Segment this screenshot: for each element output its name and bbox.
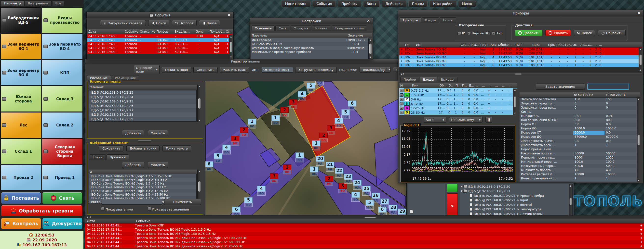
map-zone-badge[interactable]: 29 ВД	[398, 209, 406, 215]
pause-button[interactable]: Пауза	[199, 20, 220, 26]
parameter-row[interactable]: Минимальный порог ... 100.0 100.0	[520, 160, 640, 164]
apply-button[interactable]: Применить	[164, 199, 201, 205]
zone-tile[interactable]: Южная сторона	[0, 86, 41, 112]
parameter-value-2[interactable]: 50000	[604, 152, 636, 156]
map-zone-badge[interactable]: 5 ВО	[307, 83, 315, 92]
version-checkbox[interactable]: ✓ Версия ПО	[467, 31, 490, 35]
menu-item[interactable]: Приборы	[338, 0, 361, 7]
map-zone-badge[interactable]: 5 ВО	[214, 153, 222, 163]
close-icon[interactable]: ✕	[636, 10, 642, 15]
export-button[interactable]: Экспорт	[172, 20, 196, 26]
parameter-value-1[interactable]: 10000	[573, 173, 604, 177]
log-row[interactable]: 04 11 2016 17:43:44... Тревога Зона Топо…	[85, 244, 644, 249]
parameter-value-2[interactable]: 0.01	[604, 114, 636, 118]
list-item[interactable]: ВД-5 @192.168.0.170/2:29	[89, 117, 196, 121]
tree-item[interactable]: ВД-5 @192.168.0.170/2:21 > Input	[460, 198, 572, 203]
remove-device-button[interactable]: Удалить	[545, 30, 571, 36]
parameter-value-1[interactable]: 1000	[573, 156, 604, 160]
map-zone-badge[interactable]: 1 ВО	[248, 119, 256, 128]
sidebar-tab[interactable]: Периметр	[1, 0, 24, 6]
map-zone-badge[interactable]: 2 ВО	[280, 107, 288, 117]
device-splitter[interactable]: ▲ ▼	[399, 72, 642, 75]
parameter-value-2[interactable]: 100.0	[604, 160, 636, 164]
menu-item[interactable]: События	[313, 0, 336, 7]
map-zone-badge[interactable]: 2 ВО	[240, 127, 248, 137]
map-zone-badge[interactable]: 1 ВО	[312, 141, 320, 151]
tree-item[interactable]: ▼ ВД-5 @192.168.0.170/2:21	[460, 189, 572, 194]
parameter-value-2[interactable]: 0	[604, 106, 636, 110]
sidebar-tab[interactable]: Все	[52, 0, 64, 6]
log-expand[interactable]: +	[639, 236, 644, 240]
parameter-value-1[interactable]: 4.0	[573, 168, 604, 173]
settings-row[interactable]: Минимальное время опроса приборов101	[251, 50, 372, 54]
settings-tab[interactable]: Резервные копии	[332, 25, 367, 31]
parameter-value-2[interactable]: 0	[604, 102, 636, 106]
arm-button[interactable]: Поставить	[1, 192, 41, 204]
text-point-button[interactable]: Точка текста	[162, 145, 191, 151]
zone-tile[interactable]: Проезд 1	[42, 165, 83, 190]
input-row[interactable]: ✓ 5 25-50 Hz 17:01000.0...+--	[399, 110, 516, 115]
show-values-checkbox[interactable]: Показывать значения	[148, 207, 189, 211]
parameter-value-1[interactable]: 1	[573, 143, 604, 148]
parameter-value-2[interactable]: 0.0	[604, 123, 636, 127]
chart-pause-button[interactable]: ||	[486, 117, 492, 123]
log-header[interactable]: Дата Событие	[85, 219, 644, 224]
map-zone-badge[interactable]: 6 ВО	[205, 161, 213, 171]
parameter-row[interactable]: Множитель 0.01 0.01	[520, 114, 640, 118]
parameter-row[interactable]: Накопление порога ... 50000 50000	[520, 152, 640, 156]
map-zone-badge[interactable]: ВО	[315, 81, 324, 85]
parameter-value-1[interactable]: 0	[573, 102, 604, 106]
device-row[interactable]: +ВО-...Зона Тополь ВО №2 ...--logi...217…	[399, 47, 642, 51]
map-zone-badge[interactable]: 4 ВО	[334, 118, 343, 128]
list-item[interactable]: ВО-Зона Зона Тополь ВО №3 /logic-1:3 > 6…	[89, 185, 196, 189]
zone-checkbox[interactable]	[2, 18, 6, 22]
input-row[interactable]: ✓ 4 12-25 Hz 17:...0....1...000.0...+--.…	[399, 106, 516, 110]
menu-item[interactable]: Мониторинг	[281, 0, 311, 7]
parameter-value-1[interactable]: 150	[573, 98, 604, 102]
zone-tile[interactable]: Зона периметр ВО 6	[0, 60, 41, 85]
inputs-scrollbar[interactable]: ▲▼	[513, 88, 516, 115]
settings-tab[interactable]: Сеть	[275, 25, 290, 31]
close-icon[interactable]: ✕	[226, 12, 232, 17]
settings-tab[interactable]: Отладка	[290, 25, 312, 31]
delete-plan-button[interactable]: Удалить план	[220, 67, 249, 73]
log-expand[interactable]: +	[639, 240, 644, 244]
parameter-value-1[interactable]: 50000	[573, 152, 604, 156]
event-row[interactable]: 04 11 2016 17:43...Тревога---КППN/A+	[87, 34, 233, 38]
menu-item[interactable]: Меню	[458, 0, 476, 7]
device-row[interactable]: +ВО-...Зона Тополь ВО №4--logi...417:43:…	[399, 55, 642, 59]
zone-tile[interactable]: Склад 1	[0, 138, 41, 164]
inputs-table-header[interactable]: №ИмяОб...З...П...П...Д..................…	[399, 83, 516, 88]
parameter-value-1[interactable]: 1	[573, 177, 604, 181]
event-row[interactable]: 04 11 2016 17:43...Тревога-ВО-Зон...0.75…	[87, 42, 233, 46]
create-plan-button[interactable]: Создать план	[162, 67, 191, 73]
map-zone-badge[interactable]: 3 ВО	[231, 136, 239, 146]
settings-row[interactable]: Отключить вывод в локальную консольВыклю…	[251, 46, 372, 50]
text-input[interactable]	[102, 199, 162, 205]
parameter-row[interactable]: Кол-во значений в ОЗУ 800 800	[520, 118, 640, 123]
events-search-button[interactable]: Поиск	[148, 20, 169, 26]
map-zone-badge[interactable]: 22 ВД	[335, 168, 343, 178]
map-zone-badge[interactable]: 28 ВД	[389, 205, 397, 215]
parameter-value-1[interactable]	[573, 110, 604, 114]
parameter-value-2[interactable]: 0.0	[604, 131, 636, 135]
points-bindings-tab[interactable]: Точки	[90, 154, 106, 160]
parameter-value-1[interactable]: 1000.0	[573, 127, 604, 131]
zone-tile[interactable]: Лес	[0, 112, 41, 138]
tree-vscrollbar[interactable]: ▲▼	[569, 184, 572, 218]
map-zone-badge[interactable]: 1 ВО	[272, 115, 280, 125]
log-row[interactable]: 04 11 2016 17:43:44... Тревога Зона Топо…	[85, 236, 644, 240]
map-zone-badge[interactable]: 5 ВО	[244, 197, 252, 207]
points-bindings-tab[interactable]: Привязки	[106, 154, 129, 160]
map-zone-badge[interactable]: 4 ВО	[298, 91, 306, 101]
menu-item[interactable]: Действия	[382, 0, 406, 7]
parameter-row[interactable]: Кол-во превышений ... 1 1	[520, 177, 640, 181]
event-row[interactable]: 04 11 2016 17:43...Тревога-ВО-Зон...1.5-…	[87, 38, 233, 42]
input-checkbox[interactable]: ✓	[400, 93, 404, 97]
device-row[interactable]: +ВО-...Зона Тополь ВО №5--logi...517:43:…	[399, 59, 642, 63]
parameter-value-1[interactable]	[573, 148, 604, 152]
parameter-value-2[interactable]	[604, 148, 636, 152]
map-zone-badge[interactable]: 2 ВО	[283, 165, 291, 175]
map-zone-badge[interactable]: 25 ВД	[362, 186, 370, 196]
map-zone-badge[interactable]: 1 ВО	[296, 153, 304, 163]
